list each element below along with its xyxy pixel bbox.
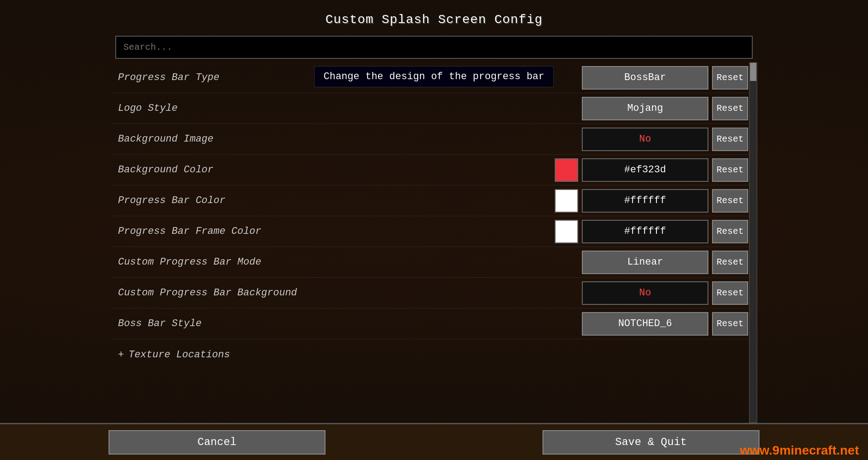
config-row-custom-progress-bar-mode: Custom Progress Bar Mode Linear Reset [111, 247, 757, 278]
config-list: Change the design of the progress bar Pr… [111, 62, 757, 423]
label-logo-style: Logo Style [118, 103, 582, 114]
reset-custom-progress-bar-mode[interactable]: Reset [712, 251, 748, 274]
reset-background-color[interactable]: Reset [712, 158, 748, 182]
label-progress-bar-type: Progress Bar Type [118, 72, 582, 83]
page-title: Custom Splash Screen Config [326, 0, 543, 36]
value-custom-progress-bar-background[interactable]: No [582, 281, 708, 305]
controls-background-image: No Reset [582, 128, 748, 151]
value-background-image[interactable]: No [582, 128, 708, 151]
watermark: www.9minecraft.net [740, 443, 859, 458]
config-row-custom-progress-bar-background: Custom Progress Bar Background No Reset [111, 278, 757, 308]
label-progress-bar-color: Progress Bar Color [118, 195, 555, 206]
reset-custom-progress-bar-background[interactable]: Reset [712, 281, 748, 305]
search-input[interactable] [115, 36, 753, 59]
color-swatch-frame[interactable] [555, 220, 578, 243]
watermark-text: www.9minecraft.net [740, 443, 859, 457]
value-progress-bar-type[interactable]: BossBar [582, 66, 708, 90]
search-bar-container [111, 36, 757, 59]
controls-progress-bar-frame-color: #ffffff Reset [555, 220, 748, 243]
color-swatch-background[interactable] [555, 158, 578, 182]
controls-custom-progress-bar-background: No Reset [582, 281, 748, 305]
scrollbar-thumb[interactable] [750, 63, 756, 81]
value-boss-bar-style[interactable]: NOTCHED_6 [582, 312, 708, 336]
label-custom-progress-bar-mode: Custom Progress Bar Mode [118, 256, 582, 268]
label-background-color: Background Color [118, 164, 555, 175]
config-row-boss-bar-style: Boss Bar Style NOTCHED_6 Reset [111, 308, 757, 339]
main-container: Custom Splash Screen Config Change the d… [0, 0, 868, 460]
reset-progress-bar-color[interactable]: Reset [712, 189, 748, 213]
value-progress-bar-color[interactable]: #ffffff [582, 189, 708, 213]
reset-progress-bar-frame-color[interactable]: Reset [712, 220, 748, 243]
bottom-bar: Cancel Save & Quit www.9minecraft.net [0, 423, 868, 460]
reset-boss-bar-style[interactable]: Reset [712, 312, 748, 336]
label-boss-bar-style: Boss Bar Style [118, 318, 582, 329]
reset-logo-style[interactable]: Reset [712, 97, 748, 120]
controls-custom-progress-bar-mode: Linear Reset [582, 251, 748, 274]
config-row-background-image: Background Image No Reset [111, 124, 757, 155]
label-custom-progress-bar-background: Custom Progress Bar Background [118, 287, 582, 299]
value-progress-bar-frame-color[interactable]: #ffffff [582, 220, 708, 243]
color-swatch-progress-bar[interactable] [555, 189, 578, 213]
expand-icon: + [118, 349, 124, 360]
value-custom-progress-bar-mode[interactable]: Linear [582, 251, 708, 274]
value-background-color[interactable]: #ef323d [582, 158, 708, 182]
reset-progress-bar-type[interactable]: Reset [712, 66, 748, 90]
controls-progress-bar-type: BossBar Reset [582, 66, 748, 90]
texture-locations-row[interactable]: + Texture Locations [111, 339, 757, 370]
reset-background-image[interactable]: Reset [712, 128, 748, 151]
cancel-button[interactable]: Cancel [108, 430, 326, 455]
value-logo-style[interactable]: Mojang [582, 97, 708, 120]
label-progress-bar-frame-color: Progress Bar Frame Color [118, 226, 555, 237]
controls-logo-style: Mojang Reset [582, 97, 748, 120]
config-panel: Change the design of the progress bar Pr… [111, 36, 757, 423]
label-background-image: Background Image [118, 133, 582, 145]
config-row-progress-bar-type: Change the design of the progress bar Pr… [111, 62, 757, 93]
config-row-background-color: Background Color #ef323d Reset [111, 155, 757, 185]
save-quit-button[interactable]: Save & Quit [542, 430, 760, 455]
scrollbar[interactable] [749, 62, 757, 423]
controls-background-color: #ef323d Reset [555, 158, 748, 182]
config-row-logo-style: Logo Style Mojang Reset [111, 93, 757, 124]
texture-locations-label: Texture Locations [128, 349, 230, 360]
controls-progress-bar-color: #ffffff Reset [555, 189, 748, 213]
config-row-progress-bar-color: Progress Bar Color #ffffff Reset [111, 185, 757, 216]
controls-boss-bar-style: NOTCHED_6 Reset [582, 312, 748, 336]
config-row-progress-bar-frame-color: Progress Bar Frame Color #ffffff Reset [111, 216, 757, 247]
